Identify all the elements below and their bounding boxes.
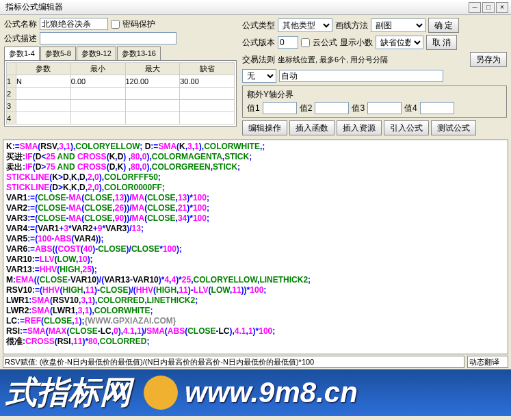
row-num: 1 [7,75,16,88]
password-checkbox[interactable] [111,20,120,29]
maximize-button[interactable]: □ [482,2,495,13]
v4-label: 值4 [404,103,417,114]
banner-logo-icon [144,376,178,410]
banner-url: www.9m8.cn [185,376,358,409]
window-title: 指标公式编辑器 [3,1,467,13]
decimals-label: 显示小数 [340,37,373,49]
param-def-input[interactable] [180,101,234,111]
v3-input[interactable] [367,102,402,114]
banner-text: 式指标网 [0,371,137,414]
table-row: 3 [7,100,235,112]
coord-input[interactable] [279,70,443,82]
cloud-label: 云公式 [313,37,337,49]
coord-hint-label: 坐标线位置, 最多6个, 用分号分隔 [278,55,388,65]
v4-input[interactable] [420,102,454,114]
param-def-input[interactable] [180,113,234,124]
param-max-input[interactable] [126,76,180,87]
insert-fn-button[interactable]: 插入函数 [289,120,335,135]
cancel-button[interactable]: 取 消 [426,35,457,50]
param-grid: 参数 最小 最大 缺省 1234 [4,60,237,127]
v1-label: 值1 [247,103,260,114]
test-button[interactable]: 测试公式 [431,120,476,135]
row-num: 3 [7,100,16,112]
status-bar: RSV赋值: (收盘价-N日内最低价的最低值)/(N日内最高价的最高价-N日内最… [3,356,464,368]
table-row: 1 [7,75,235,88]
formula-name-label: 公式名称 [4,18,37,30]
draw-method-label: 画线方法 [335,20,368,31]
tab-params-1-4[interactable]: 参数1-4 [4,47,40,60]
param-name-input[interactable] [16,113,70,124]
param-def-input[interactable] [180,76,234,87]
trade-rule-select[interactable]: 无 [242,69,276,83]
formula-version-label: 公式版本 [242,37,275,49]
decimals-select[interactable]: 缺省位数 [376,36,423,49]
ok-button[interactable]: 确 定 [428,18,459,33]
v3-label: 值3 [352,103,365,114]
v1-input[interactable] [263,102,297,114]
param-tabs: 参数1-4 参数5-8 参数9-12 参数13-16 [4,47,237,60]
param-header-blank [7,63,16,75]
param-max-input[interactable] [126,101,180,111]
extra-axis-group: 额外Y轴分界 值1 值2 值3 值4 [242,86,507,118]
draw-method-select[interactable]: 副图 [371,18,425,32]
param-header-max: 最大 [125,63,180,75]
trade-rule-label: 交易法则 [242,54,275,66]
param-max-input[interactable] [126,113,180,124]
param-header-def: 缺省 [180,63,235,75]
formula-desc-input[interactable] [40,32,176,44]
param-name-input[interactable] [16,88,70,99]
param-name-input[interactable] [16,101,70,111]
minimize-button[interactable]: ─ [469,2,481,13]
formula-type-label: 公式类型 [242,20,275,31]
row-num: 2 [7,88,16,100]
param-max-input[interactable] [126,88,180,99]
import-button[interactable]: 引入公式 [384,120,429,135]
close-button[interactable]: × [496,2,508,13]
formula-name-input[interactable] [40,18,108,30]
v2-input[interactable] [315,102,349,114]
param-header-name: 参数 [16,63,71,75]
banner: 式指标网 www.9m8.cn [0,369,511,416]
password-label: 密码保护 [122,18,155,30]
v2-label: 值2 [300,103,313,114]
extra-axis-label: 额外Y轴分界 [247,89,293,101]
edit-op-button[interactable]: 编辑操作 [242,120,287,135]
tab-params-5-8[interactable]: 参数5-8 [40,47,76,60]
param-min-input[interactable] [71,101,125,111]
param-def-input[interactable] [180,88,234,99]
cloud-checkbox[interactable] [301,38,310,47]
table-row: 2 [7,88,235,100]
code-editor[interactable]: K:=SMA(RSV,3,1),COLORYELLOW; D:=SMA(K,3,… [3,140,508,354]
titlebar: 指标公式编辑器 ─ □ × [0,0,511,15]
param-name-input[interactable] [16,76,70,87]
formula-desc-label: 公式描述 [4,33,37,44]
formula-type-select[interactable]: 其他类型 [278,18,332,32]
insert-res-button[interactable]: 插入资源 [337,120,382,135]
tab-params-13-16[interactable]: 参数13-16 [117,47,161,60]
param-min-input[interactable] [71,76,125,87]
row-num: 4 [7,112,16,124]
save-as-button[interactable]: 另存为 [470,52,507,67]
param-min-input[interactable] [71,88,125,99]
table-row: 4 [7,112,235,124]
dynamic-translate[interactable]: 动态翻译 [467,356,508,368]
version-input[interactable] [278,36,298,49]
param-header-min: 最小 [70,63,125,75]
param-min-input[interactable] [71,113,125,124]
tab-params-9-12[interactable]: 参数9-12 [77,47,116,60]
